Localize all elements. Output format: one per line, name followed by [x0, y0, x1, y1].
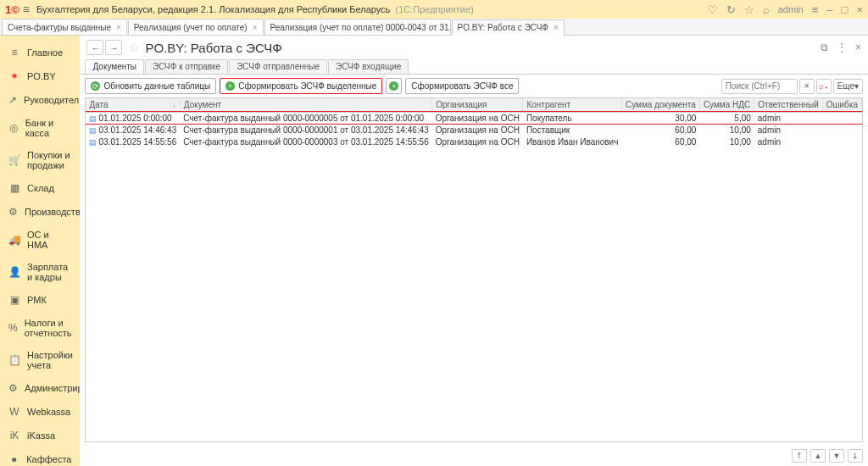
- sidebar: ≡Главное✶PO.BY↗Руководителю◎Банк и касса…: [0, 36, 80, 466]
- tab-close-icon[interactable]: ×: [554, 23, 559, 32]
- logo-1c: 1©: [5, 3, 19, 16]
- sidebar-item-label: Зарплата и кадры: [27, 262, 71, 282]
- sidebar-item-label: iKassa: [27, 430, 55, 441]
- sub-tabs: ДокументыЭСЧФ к отправкеЭСЧФ отправленны…: [80, 59, 868, 75]
- column-header[interactable]: Ошибка: [822, 98, 861, 112]
- tab-close-icon[interactable]: ×: [116, 23, 121, 32]
- sidebar-item-label: PO.BY: [27, 71, 56, 81]
- maximize-icon[interactable]: □: [842, 3, 849, 16]
- sidebar-item[interactable]: iKiKassa: [0, 424, 80, 447]
- doc-icon: ▤: [89, 126, 97, 135]
- sidebar-icon: ≡: [8, 47, 20, 58]
- search-icon[interactable]: ⌕: [763, 3, 770, 16]
- data-table: Дата ↓ДокументОрганизацияКонтрагентСумма…: [85, 97, 863, 442]
- sidebar-item-label: Главное: [27, 47, 63, 58]
- sidebar-item[interactable]: WWebkassa: [0, 400, 80, 424]
- column-header[interactable]: Ответственный: [754, 98, 822, 112]
- page-title: PO.BY: Работа с ЭСЧФ: [145, 41, 821, 55]
- sidebar-item[interactable]: ◎Банк и касса: [0, 112, 80, 144]
- sub-tab[interactable]: ЭСЧФ входящие: [328, 59, 409, 74]
- link-icon[interactable]: ⧉: [821, 42, 828, 53]
- sidebar-item-label: ОС и НМА: [27, 230, 71, 250]
- tab-close-icon[interactable]: ×: [253, 23, 258, 32]
- window-tab[interactable]: Счета-фактуры выданные×: [2, 19, 127, 35]
- doc-icon: ▤: [89, 114, 97, 123]
- sidebar-icon: ⚙: [8, 206, 18, 218]
- table-row[interactable]: ▤01.01.2025 0:00:00 Счет-фактура выданны…: [86, 112, 861, 124]
- form-all-button[interactable]: Сформировать ЭСЧФ все: [405, 78, 519, 94]
- window-tabs: Счета-фактуры выданные×Реализация (учет …: [0, 19, 868, 36]
- sidebar-item[interactable]: 👤Зарплата и кадры: [0, 256, 80, 288]
- bars-icon[interactable]: ≡: [812, 3, 819, 16]
- scroll-up-button[interactable]: ▲: [810, 449, 826, 463]
- sidebar-item[interactable]: ≡Главное: [0, 41, 80, 64]
- sidebar-item[interactable]: ●Каффеста: [0, 447, 80, 466]
- sidebar-icon: 🛒: [8, 154, 20, 166]
- panel-close-icon[interactable]: ×: [855, 42, 861, 53]
- window-tab[interactable]: Реализация (учет по оплате)×: [128, 19, 264, 35]
- column-header[interactable]: Организация: [432, 98, 523, 112]
- column-header[interactable]: Документ: [180, 98, 431, 112]
- sidebar-icon: ⚙: [8, 382, 18, 394]
- column-header[interactable]: Сумма документа: [621, 98, 699, 112]
- sidebar-icon: W: [8, 406, 20, 418]
- sub-tab[interactable]: ЭСЧФ отправленные: [229, 59, 327, 74]
- sidebar-icon: ●: [8, 453, 19, 465]
- refresh-icon: ⟳: [91, 81, 100, 91]
- user-label[interactable]: admin: [778, 4, 804, 14]
- sidebar-item[interactable]: %Налоги и отчетность: [0, 312, 80, 344]
- sidebar-icon: %: [8, 322, 18, 334]
- refresh-button[interactable]: ⟳ Обновить данные таблицы: [85, 78, 216, 94]
- clear-search-button[interactable]: ×: [799, 79, 815, 94]
- sidebar-item-label: Покупки и продажи: [27, 150, 71, 170]
- sidebar-item[interactable]: 🚚ОС и НМА: [0, 224, 80, 256]
- sidebar-icon: 👤: [8, 266, 20, 278]
- window-tab[interactable]: Реализация (учет по оплате) 0000-0043 от…: [264, 19, 451, 35]
- sidebar-icon: ▦: [8, 182, 20, 194]
- doc-icon: ▤: [89, 138, 97, 147]
- column-header[interactable]: Сумма НДС: [699, 98, 754, 112]
- sidebar-item-label: Настройки учета: [27, 350, 73, 370]
- more-button[interactable]: Еще ▾: [833, 79, 863, 94]
- sidebar-item-label: Банк и касса: [25, 118, 72, 138]
- form-selected-button[interactable]: + Сформировать ЭСЧФ выделенные: [220, 78, 382, 94]
- favorite-star-icon[interactable]: ☆: [129, 41, 140, 54]
- sidebar-item[interactable]: 📋Настройки учета: [0, 344, 80, 376]
- search-button[interactable]: ⌕▾: [816, 79, 832, 94]
- minimize-icon[interactable]: –: [826, 3, 832, 16]
- sidebar-item[interactable]: ▦Склад: [0, 176, 80, 200]
- sidebar-icon: ✶: [8, 70, 20, 82]
- sidebar-icon: ↗: [8, 94, 17, 106]
- sidebar-item[interactable]: ▣РМК: [0, 288, 80, 312]
- plus-icon: +: [225, 81, 235, 91]
- scroll-top-button[interactable]: ⤒: [792, 449, 807, 463]
- more-icon[interactable]: ⋮: [837, 42, 847, 53]
- table-row[interactable]: ▤03.01.2025 14:46:43 Счет-фактура выданн…: [86, 124, 861, 136]
- sidebar-item[interactable]: ↗Руководителю: [0, 88, 80, 112]
- history-icon[interactable]: ↻: [726, 3, 736, 16]
- sub-tab[interactable]: ЭСЧФ к отправке: [145, 59, 228, 74]
- sidebar-item-label: Webkassa: [27, 407, 70, 417]
- window-tab[interactable]: PO.BY: Работа с ЭСЧФ×: [452, 19, 565, 36]
- scroll-down-button[interactable]: ▼: [829, 449, 844, 463]
- sidebar-item[interactable]: 🛒Покупки и продажи: [0, 144, 80, 176]
- column-header[interactable]: Дата ↓: [86, 98, 180, 112]
- sidebar-item-label: Каффеста: [26, 454, 71, 464]
- menu-icon[interactable]: ≡: [23, 3, 30, 16]
- search-input[interactable]: [721, 79, 798, 94]
- table-row[interactable]: ▤03.01.2025 14:55:56 Счет-фактура выданн…: [86, 136, 861, 147]
- column-header[interactable]: Контрагент: [523, 98, 622, 112]
- bell-icon[interactable]: ♡: [708, 3, 718, 16]
- sidebar-item[interactable]: ⚙Администрирование: [0, 376, 80, 400]
- sidebar-item-label: Склад: [27, 183, 54, 193]
- nav-back-button[interactable]: ←: [86, 40, 103, 55]
- scroll-bottom-button[interactable]: ⤓: [848, 449, 863, 463]
- sidebar-item[interactable]: ⚙Производство: [0, 200, 80, 224]
- star-icon[interactable]: ☆: [744, 3, 754, 16]
- sidebar-item-label: Производство: [25, 207, 80, 217]
- sidebar-item[interactable]: ✶PO.BY: [0, 64, 80, 88]
- close-icon[interactable]: ×: [856, 3, 863, 16]
- nav-forward-button[interactable]: →: [105, 40, 122, 55]
- form-all-icon-button[interactable]: +: [386, 78, 402, 94]
- sub-tab[interactable]: Документы: [85, 59, 144, 74]
